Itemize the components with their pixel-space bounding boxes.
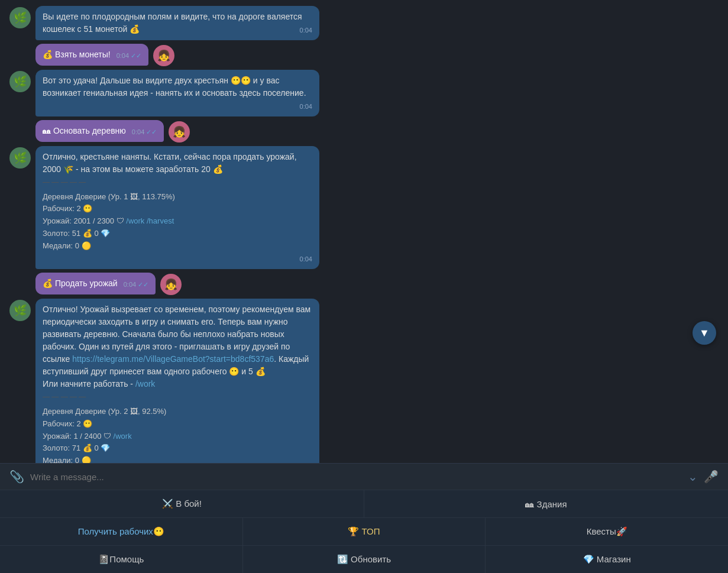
stats-section: Деревня Доверие (Ур. 1 🖼, 113.75%) Рабоч… bbox=[43, 191, 312, 252]
shop-button[interactable]: 💎 Магазин bbox=[486, 545, 728, 573]
bot-bubble: Отлично, крестьяне наняты. Кстати, сейча… bbox=[35, 146, 319, 269]
avatar: 👧 bbox=[153, 45, 174, 66]
message-time: 0:04 bbox=[132, 127, 157, 137]
stats-section: Деревня Доверие (Ур. 2 🖼, 92.5%) Рабочих… bbox=[43, 406, 312, 463]
chevron-down-icon[interactable]: ⌄ bbox=[688, 470, 698, 484]
workers-info: Рабочих: 2 😶 bbox=[43, 203, 312, 215]
village-info: Деревня Доверие (Ур. 2 🖼, 92.5%) bbox=[43, 406, 312, 418]
voice-icon[interactable]: 🎤 bbox=[704, 470, 719, 484]
battle-button[interactable]: ⚔️ В бой! bbox=[0, 490, 364, 517]
attach-icon[interactable]: 📎 bbox=[9, 470, 24, 484]
button-row-3: 📓Помощь 🔃 Обновить 💎 Магазин bbox=[0, 545, 728, 573]
quests-button[interactable]: Квесты🚀 bbox=[486, 517, 728, 545]
crop-info: Урожай: 2001 / 2300 🛡 /work /harvest bbox=[43, 215, 312, 228]
message-text: Вы идете по плодородным полям и видите, … bbox=[43, 12, 302, 34]
message-row: 🌿 Вот это удача! Дальше вы видите двух к… bbox=[9, 70, 719, 116]
village-info: Деревня Доверие (Ур. 1 🖼, 113.75%) bbox=[43, 191, 312, 203]
message-row: 🌿 Отлично! Урожай вызревает со временем,… bbox=[9, 299, 719, 463]
message-row: 🏘 Основать деревню 0:04 👧 bbox=[9, 120, 719, 143]
message-text: Вот это удача! Дальше вы видите двух кре… bbox=[43, 76, 306, 98]
message-row: 💰 Продать урожай 0:04 👧 bbox=[9, 273, 719, 295]
message-time: 0:04 bbox=[300, 25, 312, 35]
input-bar: 📎 ⌄ 🎤 bbox=[0, 463, 728, 490]
work-hint: Или начните работать - /work bbox=[43, 379, 155, 389]
message-row: 💰 Взять монеты! 0:04 👧 bbox=[9, 44, 719, 66]
gold-info: Золото: 51 💰 0 💎 bbox=[43, 228, 312, 240]
message-row: 🌿 Отлично, крестьяне наняты. Кстати, сей… bbox=[9, 146, 719, 269]
bot-bubble: Отлично! Урожай вызревает со временем, п… bbox=[35, 299, 319, 463]
separator: — — — — — bbox=[43, 391, 312, 402]
user-bubble: 💰 Взять монеты! 0:04 bbox=[35, 44, 148, 66]
top-button[interactable]: 🏆 ТОП bbox=[243, 517, 486, 545]
user-bubble: 💰 Продать урожай 0:04 bbox=[35, 273, 156, 294]
avatar: 👧 bbox=[160, 274, 182, 295]
avatar: 🌿 bbox=[9, 7, 31, 28]
message-row: 🌿 Вы идете по плодородным полям и видите… bbox=[9, 6, 719, 40]
invite-link[interactable]: https://telegram.me/VillageGameBot?start… bbox=[72, 354, 274, 364]
scroll-down-button[interactable]: ▼ bbox=[693, 321, 716, 345]
refresh-button[interactable]: 🔃 Обновить bbox=[243, 545, 486, 573]
avatar: 🌿 bbox=[9, 300, 31, 321]
user-bubble: 🏘 Основать деревню 0:04 bbox=[35, 120, 164, 142]
button-row-2: Получить рабочих😶 🏆 ТОП Квесты🚀 bbox=[0, 517, 728, 545]
medals-info: Медали: 0 🟡 bbox=[43, 455, 312, 463]
message-text: Отлично! Урожай вызревает со временем, п… bbox=[43, 305, 310, 376]
message-time: 0:04 bbox=[117, 51, 141, 61]
bot-bubble: Вот это удача! Дальше вы видите двух кре… bbox=[35, 70, 319, 116]
message-text: 💰 Продать урожай bbox=[43, 279, 118, 288]
separator: — — — — — bbox=[43, 177, 312, 187]
message-text: 💰 Взять монеты! bbox=[43, 50, 111, 59]
message-text: Отлично, крестьяне наняты. Кстати, сейча… bbox=[43, 152, 297, 174]
buildings-button[interactable]: 🏘 Здания bbox=[364, 490, 728, 517]
message-time: 0:04 bbox=[300, 102, 312, 112]
workers-info: Рабочих: 2 😶 bbox=[43, 418, 312, 430]
avatar: 🌿 bbox=[9, 147, 31, 169]
crop-info: Урожай: 1 / 2400 🛡 /work bbox=[43, 430, 312, 443]
bottom-buttons: ⚔️ В бой! 🏘 Здания Получить рабочих😶 🏆 Т… bbox=[0, 490, 728, 573]
help-button[interactable]: 📓Помощь bbox=[0, 545, 243, 573]
message-text: 🏘 Основать деревню bbox=[43, 126, 126, 135]
chat-area[interactable]: 🌿 Вы идете по плодородным полям и видите… bbox=[0, 0, 728, 463]
message-input[interactable] bbox=[30, 472, 682, 482]
gold-info: Золото: 71 💰 0 💎 bbox=[43, 442, 312, 455]
get-workers-button[interactable]: Получить рабочих😶 bbox=[0, 517, 243, 545]
button-row-1: ⚔️ В бой! 🏘 Здания bbox=[0, 490, 728, 517]
avatar: 👧 bbox=[169, 121, 190, 143]
bot-bubble: Вы идете по плодородным полям и видите, … bbox=[35, 6, 319, 40]
avatar: 🌿 bbox=[9, 71, 31, 92]
message-time: 0:04 bbox=[300, 254, 312, 264]
medals-info: Медали: 0 🟡 bbox=[43, 240, 312, 252]
message-time: 0:04 bbox=[124, 280, 148, 290]
